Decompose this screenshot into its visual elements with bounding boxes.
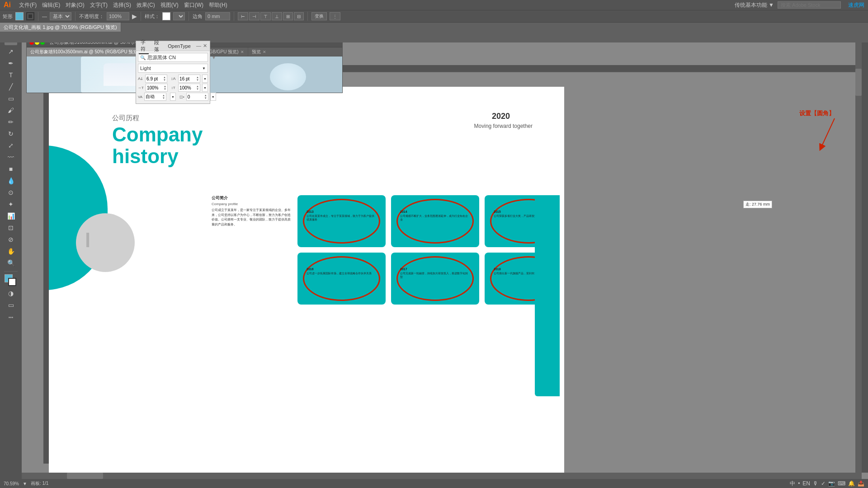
line-tool[interactable]: ╱ — [5, 81, 17, 92]
menu-effect[interactable]: 效果(C) — [137, 1, 155, 9]
menu-view[interactable]: 视图(V) — [160, 1, 179, 9]
slice-tool[interactable]: ⊘ — [5, 234, 17, 245]
doc-tab-1[interactable]: 公司形象墙9100x3500mm.ai @ 50% (RGB/GPU 预览) ✕ — [27, 47, 149, 56]
kern-dropdown[interactable] — [210, 93, 216, 101]
scale-v-arrows[interactable]: ▲▼ — [196, 85, 199, 90]
font-search-input[interactable] — [147, 55, 210, 60]
kern-input[interactable]: ▲▼ — [186, 93, 208, 101]
menu-help[interactable]: 帮助(H) — [209, 1, 227, 9]
small-text-block: 公司简介 Company profile 公司成立于某某年，是一家专注于某某领域… — [212, 195, 291, 227]
stroke-color-swatch[interactable] — [26, 12, 34, 20]
color-mode-toggle[interactable]: ◑ — [5, 288, 17, 299]
cards-grid: 2013 公司在某某市成立，专注于某某领域，致力于为客户提供优质服务 2014 … — [297, 195, 560, 305]
menu-text[interactable]: 文字(T) — [90, 1, 108, 9]
hand-tool[interactable]: ✋ — [5, 246, 17, 257]
font-size-input[interactable]: ▲▼ — [145, 75, 167, 83]
menu-select[interactable]: 选择(S) — [113, 1, 131, 9]
menu-file[interactable]: 文件(F) — [19, 1, 37, 9]
panel-close[interactable]: ✕ — [203, 43, 207, 49]
brush-tool[interactable]: 🖌 — [5, 105, 17, 116]
scale-h-input[interactable]: ▲▼ — [146, 84, 168, 92]
font-search-container: 🔍 ▼ — [138, 53, 208, 62]
warp-tool[interactable]: 〰 — [5, 152, 17, 163]
screen-mode-btn[interactable]: ▭ — [5, 300, 17, 310]
opacity-input[interactable] — [107, 12, 129, 20]
leading-dropdown[interactable] — [202, 75, 208, 83]
gradient-tool[interactable]: ■ — [5, 164, 17, 174]
opacity-arrow[interactable]: ▶ — [132, 13, 137, 20]
rect-tool[interactable]: ▭ — [5, 93, 17, 104]
doc-tab-3[interactable]: 预览 ✕ — [248, 47, 270, 56]
horizontal-scrollbar[interactable] — [22, 473, 862, 479]
white-page: l 公司历程 Company history 2020 Moving forwa… — [49, 87, 560, 475]
scrollbar-v-thumb[interactable] — [855, 69, 862, 96]
more-tools[interactable]: ••• — [9, 315, 14, 320]
align-btn[interactable]: ⊢ — [238, 12, 248, 20]
style-swatch[interactable] — [162, 12, 170, 20]
scrollbar-h-thumb[interactable] — [67, 473, 103, 479]
direct-select-tool[interactable]: ↗ — [5, 46, 17, 57]
menu-window[interactable]: 窗口(W) — [184, 1, 203, 9]
scale-h-arrows[interactable]: ▲▼ — [164, 85, 166, 90]
font-tab-character[interactable]: 字符 — [139, 38, 149, 54]
scale-v-icon: ↕T — [171, 86, 176, 90]
teal-bar-right — [535, 195, 560, 396]
more-btn[interactable]: ⋮ — [330, 12, 340, 20]
stroke-label: — — [42, 14, 47, 19]
align-right-btn[interactable]: ⊤ — [260, 12, 271, 20]
stock-search-input[interactable] — [778, 1, 841, 9]
leading-arrows[interactable]: ▲▼ — [196, 76, 199, 81]
top-menubar: Ai 文件(F) 编辑(E) 对象(O) 文字(T) 选择(S) 效果(C) 视… — [0, 0, 868, 10]
transform-btn[interactable]: 变换 — [311, 12, 327, 20]
blend-tool[interactable]: ⊙ — [5, 187, 17, 198]
fill-stroke-indicator[interactable] — [5, 274, 17, 287]
font-tab-paragraph[interactable]: 段落 — [152, 38, 162, 54]
status-cam: 📷 — [828, 480, 835, 487]
scale-v-dropdown[interactable] — [202, 84, 208, 92]
leading-input[interactable]: ▲▼ — [178, 75, 200, 83]
font-search-dropdown[interactable]: ▼ — [212, 55, 216, 60]
fill-color-swatch[interactable] — [15, 12, 24, 20]
card-2-body: 公司规模不断扩大，业务范围逐渐延伸，成为行业知名企业 — [400, 215, 468, 221]
font-tab-opentype[interactable]: OpenType — [166, 42, 193, 50]
tracking-dropdown[interactable] — [170, 93, 176, 101]
tracking-arrows[interactable]: ▲▼ — [162, 94, 165, 99]
zoom-tool[interactable]: 🔍 — [5, 258, 17, 268]
file-tab-active[interactable]: 公司文化墙_画板 1.jpg @ 70.59% (RGB/GPU 预览) — [0, 23, 121, 32]
size-arrows[interactable]: ▲▼ — [163, 76, 166, 81]
scale-v-input[interactable]: ▲▼ — [178, 84, 200, 92]
doc-tab-2-close[interactable]: ✕ — [241, 50, 244, 54]
distribute-btn[interactable]: ⊞ — [283, 12, 293, 20]
align-buttons: ⊢ ⊣ ⊤ ⊥ ⊞ ⊟ — [238, 12, 304, 20]
toolbar-divider-4 — [189, 12, 189, 21]
shirt-shape — [104, 63, 140, 86]
corner-input[interactable] — [205, 12, 230, 20]
type-tool[interactable]: T — [5, 70, 17, 80]
align-top-btn[interactable]: ⊥ — [272, 12, 282, 20]
menu-edit[interactable]: 编辑(E) — [42, 1, 60, 9]
artboard-tool[interactable]: ⊡ — [5, 222, 17, 233]
eyedropper-tool[interactable]: 💧 — [5, 175, 17, 186]
font-weight-dropdown[interactable]: Light — [138, 64, 208, 73]
vertical-scrollbar[interactable] — [855, 33, 862, 473]
card-5: 2017 公司完成新一轮融资，持续加大研发投入，推进数字化转型 — [391, 253, 479, 305]
stroke-style-select[interactable]: 基本 — [50, 12, 71, 20]
card-1-body: 公司在某某市成立，专注于某某领域，致力于为客户提供优质服务 — [307, 215, 374, 221]
panel-minimize[interactable]: — — [196, 43, 201, 49]
doc-tab-3-close[interactable]: ✕ — [263, 50, 266, 54]
pencil-tool[interactable]: ✏ — [5, 117, 17, 127]
column-graph-tool[interactable]: 📊 — [5, 211, 17, 221]
menu-object[interactable]: 对象(O) — [66, 1, 84, 9]
letter-l: l — [85, 229, 90, 252]
align-center-btn[interactable]: ⊣ — [249, 12, 259, 20]
pen-tool[interactable]: ✒ — [5, 58, 17, 69]
tracking-input[interactable]: ▲▼ — [144, 93, 166, 101]
rotate-tool[interactable]: ↻ — [5, 128, 17, 139]
style-select[interactable] — [173, 12, 185, 20]
distribute-v-btn[interactable]: ⊟ — [294, 12, 304, 20]
kern-arrows[interactable]: ▲▼ — [204, 94, 207, 99]
scale-tool[interactable]: ⤢ — [5, 140, 17, 151]
stroke-indicator — [8, 278, 16, 286]
workspace-selector[interactable]: 传统基本功能 ▼ — [735, 1, 774, 9]
symbol-tool[interactable]: ✦ — [5, 199, 17, 210]
